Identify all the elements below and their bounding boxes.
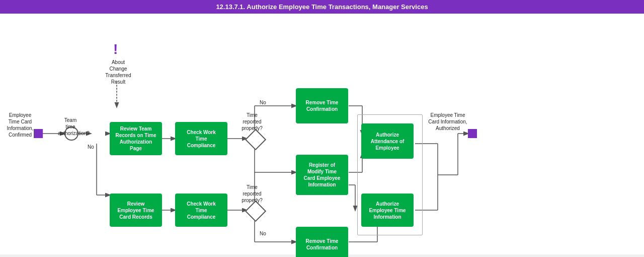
team-time-label: Teamtimeauthorization? bbox=[58, 117, 83, 137]
register-modify-box[interactable]: Register ofModify TimeCard EmployeeInfor… bbox=[296, 155, 348, 195]
remove-time-2-box[interactable]: Remove TimeConfirmation bbox=[296, 227, 348, 257]
authorize-employee-box[interactable]: AuthorizeEmployee TimeInformation bbox=[361, 194, 414, 227]
time-reported-1-label: Timereportedproperly? bbox=[234, 112, 270, 132]
review-employee-box[interactable]: ReviewEmployee TimeCard Records bbox=[110, 194, 162, 227]
time-reported-2-diamond bbox=[246, 201, 264, 219]
check-work-2-box[interactable]: Check WorkTimeCompliance bbox=[175, 194, 227, 227]
time-reported-2-label: Timereportedproperly? bbox=[234, 184, 270, 204]
change-label: AboutChangeTransferredResult bbox=[98, 59, 138, 85]
exclamation-icon: ! bbox=[113, 41, 118, 57]
page-title: 12.13.7.1. Authorize Employee Time Trans… bbox=[0, 0, 644, 14]
start-label: EmployeeTime CardInformation,Confirmed bbox=[5, 112, 35, 138]
no-label-3: No bbox=[260, 230, 266, 237]
check-work-1-box[interactable]: Check WorkTimeCompliance bbox=[175, 122, 227, 155]
remove-time-1-box[interactable]: Remove TimeConfirmation bbox=[296, 88, 348, 123]
end-node bbox=[468, 129, 477, 138]
no-label-2: No bbox=[260, 99, 266, 106]
authorize-attendance-box[interactable]: AuthorizeAttendance ofEmployee bbox=[361, 123, 414, 159]
review-team-box[interactable]: Review TeamRecords on TimeAuthorizationP… bbox=[110, 122, 162, 155]
no-label-1: No bbox=[88, 144, 94, 150]
time-reported-1-diamond bbox=[246, 130, 264, 148]
diagram-area: EmployeeTime CardInformation,Confirmed T… bbox=[0, 14, 644, 254]
end-label: Employee TimeCard Information,Authorized bbox=[428, 112, 468, 132]
